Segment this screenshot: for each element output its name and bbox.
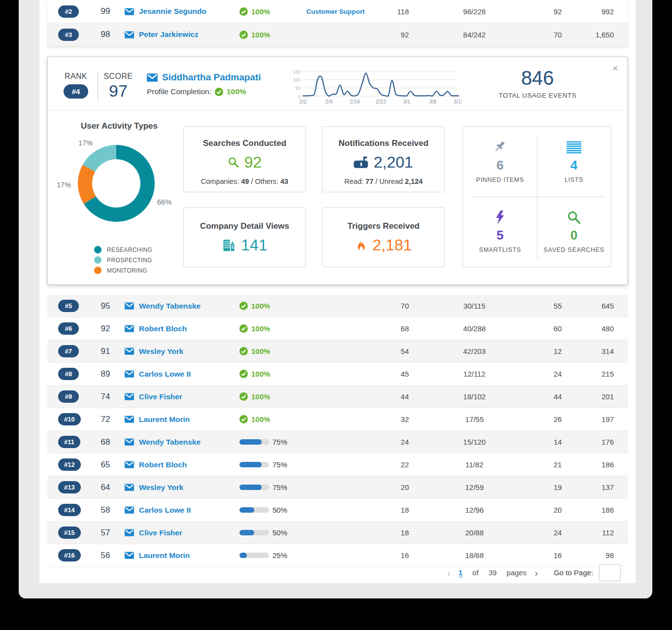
email-link[interactable] <box>119 302 139 310</box>
mail-icon <box>125 506 134 514</box>
table-row[interactable]: #791 Wesley York 100%5442/20312314 <box>47 340 628 363</box>
events-cell: 480 <box>575 324 614 333</box>
email-link[interactable] <box>119 325 139 332</box>
user-name-link[interactable]: Clive Fisher <box>139 392 239 401</box>
email-link[interactable] <box>119 348 139 355</box>
email-link[interactable] <box>119 461 139 468</box>
user-name-link[interactable]: Laurent Morin <box>139 415 239 424</box>
notifications-cell: 18/68 <box>409 551 540 560</box>
pagination-pages-label: pages <box>506 568 527 577</box>
notifications-cell: 11/82 <box>409 460 540 469</box>
email-link[interactable] <box>119 506 139 514</box>
searches-cell: 70 <box>377 302 409 310</box>
table-row[interactable]: #1557 Clive Fisher50%1820/8824112 <box>47 522 628 544</box>
stat-box-value: 2,181 <box>372 236 412 254</box>
table-row[interactable]: #889 Carlos Lowe II 100%4512/11224215 <box>47 363 628 385</box>
rank-label: RANK <box>60 72 92 81</box>
completion-cell: 100% <box>239 370 294 378</box>
goto-page-input[interactable] <box>599 564 621 581</box>
goto-page-label: Go to Page: <box>554 568 593 577</box>
email-link[interactable] <box>119 529 139 536</box>
email-link[interactable] <box>119 438 139 446</box>
user-name-link[interactable]: Wesley York <box>139 483 239 492</box>
score-cell: 58 <box>92 505 119 515</box>
table-row[interactable]: #595 Wendy Tabenske 100%7030/11555645 <box>47 295 628 317</box>
notifications-cell: 12/59 <box>409 483 540 491</box>
email-link[interactable] <box>119 416 139 423</box>
svg-text:100: 100 <box>293 77 301 82</box>
total-usage-events-label: TOTAL USAGE EVENTS <box>464 92 611 99</box>
rank-badge: #13 <box>58 481 81 493</box>
table-row[interactable]: #1458 Carlos Lowe II50%1812/9620186 <box>47 499 628 522</box>
score-value: 97 <box>102 82 134 100</box>
table-row[interactable]: #1072 Laurent Morin 100%3217/5526197 <box>47 408 628 431</box>
pagination-of-label: of <box>472 568 479 577</box>
searches-cell: 16 <box>377 551 409 560</box>
user-name-link[interactable]: Siddhartha Padmapati <box>147 72 261 83</box>
svg-text:0: 0 <box>298 94 301 99</box>
user-name-link[interactable]: Wesley York <box>139 347 239 356</box>
search-icon <box>228 157 239 168</box>
stat-box: Triggers Received2,181 <box>322 208 445 267</box>
prev-page-icon[interactable]: ‹ <box>444 567 454 578</box>
rank-cell: #16 <box>47 549 92 561</box>
table-row[interactable]: #692 Robert Bloch 100%6840/28860480 <box>47 317 628 340</box>
table-row[interactable]: #1265 Robert Bloch75%2211/8221186 <box>47 454 628 476</box>
email-link[interactable] <box>119 8 139 15</box>
searches-cell: 44 <box>377 392 409 401</box>
searches-cell: 68 <box>377 324 409 333</box>
searches-cell: 22 <box>377 460 409 469</box>
saved-items-quadrant[interactable]: 0SAVED SEARCHES <box>537 197 611 267</box>
table-row[interactable]: #974 Clive Fisher 100%4418/10244201 <box>47 385 628 408</box>
user-name-link[interactable]: Wendy Tabenske <box>139 438 239 447</box>
saved-items-quadrant[interactable]: 6PINNED ITEMS <box>463 127 537 197</box>
saved-items-quadrant[interactable]: 4LISTS <box>537 127 611 197</box>
views-cell: 24 <box>540 528 575 537</box>
flame-icon <box>355 240 368 251</box>
searches-cell: 118 <box>377 7 409 16</box>
quadrant-divider-horizontal <box>470 197 604 197</box>
notifications-cell: 40/288 <box>409 324 540 333</box>
email-link[interactable] <box>119 31 139 38</box>
user-name[interactable]: Siddhartha Padmapati <box>162 72 261 83</box>
completion-progress-bar <box>239 553 269 558</box>
quadrant-label: SAVED SEARCHES <box>543 246 605 253</box>
search-icon <box>567 210 581 224</box>
table-row[interactable]: #1168 Wendy Tabenske75%2415/12014176 <box>47 431 628 454</box>
email-link[interactable] <box>119 393 139 400</box>
user-name-link[interactable]: Laurent Morin <box>139 551 239 560</box>
close-icon[interactable]: ✕ <box>612 64 618 73</box>
completion-cell: 50% <box>239 506 294 514</box>
score-cell: 68 <box>92 437 119 447</box>
rank-cell: #14 <box>47 504 92 516</box>
events-cell: 314 <box>575 347 614 355</box>
stat-box: Company Detail Views 141 <box>183 208 306 267</box>
table-row[interactable]: #299 Jesannie Segundo 100%Customer Suppo… <box>47 0 628 23</box>
completion-progress-bar <box>239 462 269 467</box>
current-page[interactable]: 1 <box>459 568 463 577</box>
user-name-link[interactable]: Clive Fisher <box>139 528 239 537</box>
user-name-link[interactable]: Robert Bloch <box>139 460 239 469</box>
searches-cell: 20 <box>377 483 409 491</box>
role-link[interactable]: Customer Support <box>294 8 377 15</box>
email-link[interactable] <box>119 552 139 559</box>
email-link[interactable] <box>119 484 139 491</box>
events-cell: 645 <box>575 302 614 310</box>
next-page-icon[interactable]: › <box>532 567 541 578</box>
stat-box: Searches Conducted 92Companies: 49 / Oth… <box>183 126 306 192</box>
check-circle-icon <box>239 415 248 423</box>
views-cell: 44 <box>540 392 575 401</box>
user-name-link[interactable]: Carlos Lowe II <box>139 370 239 379</box>
table-row[interactable]: #398 Peter Jarkiewicz 100%9284/242701,65… <box>47 23 628 46</box>
user-name-link[interactable]: Carlos Lowe II <box>139 506 239 515</box>
email-link[interactable] <box>119 370 139 378</box>
user-name-link[interactable]: Peter Jarkiewicz <box>139 30 239 39</box>
user-name-link[interactable]: Robert Bloch <box>139 324 239 333</box>
user-name-link[interactable]: Jesannie Segundo <box>139 7 239 16</box>
mail-icon <box>125 31 134 38</box>
svg-text:2/9: 2/9 <box>325 99 333 105</box>
user-name-link[interactable]: Wendy Tabenske <box>139 302 239 311</box>
saved-items-quadrant[interactable]: 5SMARTLISTS <box>463 197 537 267</box>
notifications-cell: 98/228 <box>409 7 540 16</box>
table-row[interactable]: #1364 Wesley York75%2012/5919137 <box>47 476 628 499</box>
